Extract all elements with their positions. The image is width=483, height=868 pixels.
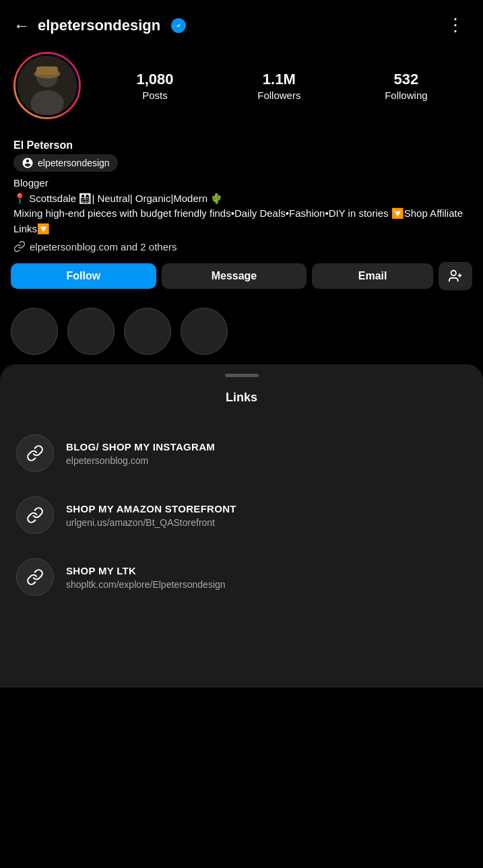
avatar [15,54,79,117]
link-title-2: SHOP MY AMAZON STOREFRONT [66,503,236,514]
profile-name: El Peterson [13,139,470,152]
avatar-wrapper[interactable] [13,52,81,119]
svg-rect-5 [36,67,58,75]
svg-rect-3 [18,56,77,115]
link-text-group-1: BLOG/ SHOP MY INSTAGRAM elpetersonblog.c… [66,441,215,466]
verified-icon [174,21,183,30]
sheet-title: Links [0,391,483,405]
bio-link[interactable]: elpetersonblog.com and 2 others [13,240,470,253]
bio-line2: 📍 Scottsdale 👨‍👩‍👧‍👦| Neutral| Organic|M… [13,193,223,204]
link-text-group-3: SHOP MY LTK shopltk.com/explore/Elpeters… [66,565,226,590]
followers-count: 1.1M [263,71,296,88]
link-item-1[interactable]: BLOG/ SHOP MY INSTAGRAM elpetersonblog.c… [0,422,483,484]
svg-point-6 [451,271,456,275]
followers-stat[interactable]: 1.1M Followers [257,71,300,101]
bio-line1: Blogger [13,177,49,189]
profile-top: 1,080 Posts 1.1M Followers 532 Following [13,52,470,119]
bio-link-text: elpetersonblog.com and 2 others [30,241,176,253]
more-options-button[interactable]: ⋮ [441,12,470,38]
bottom-sheet-overlay: Links BLOG/ SHOP MY INSTAGRAM elpeterson… [0,364,483,688]
add-friend-button[interactable] [439,262,472,290]
verified-badge [171,18,186,33]
link-text-group-2: SHOP MY AMAZON STOREFRONT urlgeni.us/ama… [66,503,236,528]
following-stat[interactable]: 532 Following [385,71,427,101]
back-button[interactable]: ← [13,16,30,35]
link-url-2: urlgeni.us/amazon/Bt_QAStorefront [66,517,236,528]
link-icon-circle-3 [16,558,54,596]
highlight-4[interactable] [181,308,228,355]
link-title-3: SHOP MY LTK [66,565,226,576]
avatar-image [18,56,77,115]
posts-label: Posts [142,90,168,101]
link-chain-icon-2 [26,506,44,524]
link-url-3: shopltk.com/explore/Elpetersondesign [66,579,226,590]
threads-handle[interactable]: elpetersondesign [13,154,118,172]
link-icon-circle-2 [16,496,54,534]
following-label: Following [385,90,427,101]
link-url-1: elpetersonblog.com [66,455,215,466]
posts-count: 1,080 [136,71,173,88]
link-item-2[interactable]: SHOP MY AMAZON STOREFRONT urlgeni.us/ama… [0,484,483,546]
posts-stat[interactable]: 1,080 Posts [136,71,173,101]
link-title-1: BLOG/ SHOP MY INSTAGRAM [66,441,215,453]
highlight-1[interactable] [11,308,58,355]
link-icon [13,240,26,253]
stats-container: 1,080 Posts 1.1M Followers 532 Following [94,71,470,101]
action-buttons: Follow Message Email [0,262,483,301]
highlight-3[interactable] [124,308,171,355]
profile-section: 1,080 Posts 1.1M Followers 532 Following [0,45,483,139]
highlight-2[interactable] [67,308,115,355]
bio-section: El Peterson elpetersondesign Blogger 📍 S… [0,139,483,253]
link-chain-icon-3 [26,568,44,586]
highlights-row [0,301,483,364]
header-username: elpetersondesign [38,17,160,34]
threads-icon [22,157,34,169]
bio-text: Blogger 📍 Scottsdale 👨‍👩‍👧‍👦| Neutral| O… [13,176,470,236]
follow-button[interactable]: Follow [11,263,156,289]
email-button[interactable]: Email [312,263,433,289]
link-icon-circle-1 [16,434,54,472]
header-left: ← elpetersondesign [13,16,186,35]
message-button[interactable]: Message [162,263,307,289]
bottom-sheet: Links BLOG/ SHOP MY INSTAGRAM elpeterson… [0,364,483,688]
header: ← elpetersondesign ⋮ [0,0,483,45]
link-chain-icon-1 [26,444,44,462]
link-item-3[interactable]: SHOP MY LTK shopltk.com/explore/Elpeters… [0,546,483,608]
add-person-icon [448,269,463,283]
sheet-handle[interactable] [225,374,259,377]
bio-line3: Mixing high-end pieces with budget frien… [13,207,463,234]
followers-label: Followers [257,90,300,101]
threads-handle-text: elpetersondesign [38,158,110,168]
following-count: 532 [394,71,419,88]
